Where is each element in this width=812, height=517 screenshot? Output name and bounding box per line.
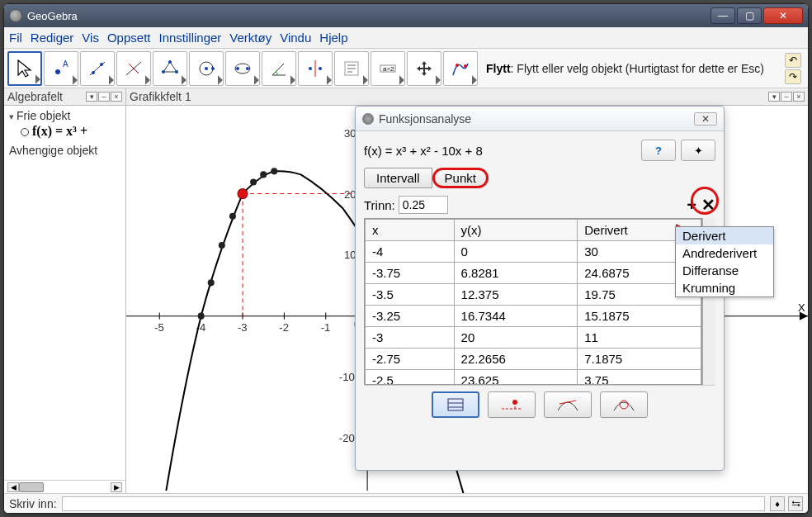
menu-vis[interactable]: Vis: [82, 31, 99, 45]
svg-text:-3: -3: [238, 321, 248, 334]
menu-vindu[interactable]: Vindu: [280, 31, 311, 45]
minimize-button[interactable]: —: [710, 7, 735, 24]
menu-verktoy[interactable]: Verktøy: [229, 31, 271, 45]
table-row[interactable]: -3.2516.734415.1875: [366, 306, 701, 327]
svg-point-3: [92, 71, 95, 74]
scroll-thumb[interactable]: [19, 482, 44, 492]
tool-tooltip: Flytt: Flytt eller velg objekt (Hurtigta…: [486, 62, 783, 75]
svg-text:-5: -5: [154, 321, 164, 334]
tool-move[interactable]: [7, 51, 42, 86]
command-input[interactable]: [62, 496, 765, 511]
table-row[interactable]: -32011: [366, 327, 701, 349]
tool-point[interactable]: A: [44, 51, 78, 86]
svg-point-63: [271, 168, 277, 174]
input-help[interactable]: ⮀: [788, 496, 803, 511]
visibility-dot[interactable]: [21, 128, 29, 136]
algebra-panel: Algebrafelt ▾ – × Frie objekt f(x) = x³ …: [4, 88, 126, 493]
tab-punkt[interactable]: Punkt: [432, 168, 489, 188]
table-row[interactable]: -4030: [366, 241, 701, 263]
graphics-close[interactable]: ×: [793, 92, 805, 102]
svg-point-58: [208, 279, 215, 286]
titlebar[interactable]: GeoGebra — ▢ ✕: [4, 4, 808, 27]
dropdown-krumning[interactable]: Krumning: [676, 279, 773, 296]
svg-point-15: [236, 67, 239, 70]
values-table: x y(x) Derivert -4030 -3.756.828124.6875…: [365, 219, 701, 385]
menu-hjelp[interactable]: Hjelp: [319, 31, 347, 45]
menu-innstillinger[interactable]: Innstillinger: [158, 31, 221, 45]
col-x[interactable]: x: [366, 220, 455, 241]
dropdown-andrederivert[interactable]: Andrederivert: [676, 244, 773, 262]
graphics-min[interactable]: –: [781, 92, 792, 102]
menu-fil[interactable]: Fil: [9, 31, 22, 45]
scroll-left[interactable]: ◀: [7, 482, 19, 492]
options-button[interactable]: ✦: [681, 140, 715, 161]
dropdown-derivert[interactable]: Derivert: [676, 227, 773, 244]
tool-slider[interactable]: a=2: [371, 51, 405, 86]
table-row[interactable]: -2.523.6253.75: [366, 370, 701, 386]
table-row[interactable]: -3.756.828124.6875: [366, 263, 701, 284]
menu-oppsett[interactable]: Oppsett: [107, 31, 151, 45]
svg-point-4: [100, 63, 103, 66]
tool-reflect[interactable]: [298, 51, 333, 86]
function-item[interactable]: f(x) = x³ +: [21, 124, 120, 139]
tool-circle[interactable]: [189, 51, 224, 86]
input-label: Skriv inn:: [9, 497, 57, 510]
svg-text:-1: -1: [321, 321, 331, 334]
svg-point-8: [168, 60, 172, 64]
dialog-titlebar[interactable]: Funksjonsanalyse ✕: [356, 107, 724, 131]
tool-line[interactable]: [80, 51, 115, 86]
tooltip-name: Flytt: [486, 62, 511, 75]
redo-button[interactable]: ↷: [785, 69, 801, 84]
svg-point-19: [319, 67, 322, 70]
free-objects-header[interactable]: Frie objekt: [9, 109, 120, 122]
trinn-input[interactable]: [399, 196, 448, 214]
dependent-objects-header[interactable]: Avhengige objekt: [9, 144, 120, 157]
view-osculating-button[interactable]: [600, 391, 648, 418]
svg-point-64: [238, 189, 248, 199]
col-y[interactable]: y(x): [454, 220, 578, 241]
algebra-pin[interactable]: ▾: [86, 92, 97, 102]
algebra-min[interactable]: –: [98, 92, 110, 102]
view-tangent-button[interactable]: [544, 391, 592, 418]
tool-perpendicular[interactable]: [116, 51, 151, 86]
add-column-button[interactable]: +: [687, 196, 696, 215]
help-button[interactable]: ?: [641, 140, 676, 161]
algebra-close[interactable]: ×: [111, 92, 122, 102]
tool-ellipse[interactable]: [225, 51, 260, 86]
tool-polygon[interactable]: [153, 51, 187, 86]
svg-point-0: [55, 69, 60, 74]
svg-point-57: [198, 313, 205, 320]
toolbar: A a=2 Flytt: Flytt eller velg objekt (Hu…: [4, 49, 808, 88]
tool-angle[interactable]: [262, 51, 296, 86]
algebra-hscroll[interactable]: ◀ ▶: [4, 480, 125, 493]
view-table-button[interactable]: [432, 391, 479, 418]
remove-column-button[interactable]: ✕: [701, 195, 715, 215]
tooltip-desc: : Flytt eller velg objekt (Hurtigtast fo…: [511, 62, 764, 75]
table-row[interactable]: -3.512.37519.75: [366, 284, 701, 306]
menu-rediger[interactable]: Rediger: [31, 31, 74, 45]
column-dropdown[interactable]: Derivert Andrederivert Differanse Krumni…: [675, 226, 774, 297]
dropdown-differanse[interactable]: Differanse: [676, 262, 773, 279]
input-dropdown[interactable]: ♦: [770, 496, 785, 511]
tool-move-view[interactable]: [407, 51, 441, 86]
view-xystep-button[interactable]: [488, 391, 536, 418]
algebra-header: Algebrafelt ▾ – ×: [4, 88, 125, 106]
table-row[interactable]: -2.7522.26567.1875: [366, 349, 701, 370]
svg-point-61: [250, 178, 257, 185]
scroll-right[interactable]: ▶: [111, 482, 122, 492]
function-analysis-dialog[interactable]: Funksjonsanalyse ✕ f(x) = x³ + x² - 10x …: [355, 106, 725, 471]
svg-text:-20: -20: [339, 432, 355, 444]
dialog-close[interactable]: ✕: [694, 112, 717, 126]
tab-intervall[interactable]: Intervall: [364, 168, 432, 188]
tool-text[interactable]: [334, 51, 369, 86]
tool-function-inspector[interactable]: [443, 51, 478, 86]
dialog-icon: [362, 113, 374, 125]
svg-point-13: [211, 67, 215, 70]
svg-point-16: [246, 67, 249, 70]
input-bar: Skriv inn: ♦ ⮀: [4, 493, 808, 513]
maximize-button[interactable]: ▢: [737, 7, 762, 24]
graphics-pin[interactable]: ▾: [768, 92, 780, 102]
close-button[interactable]: ✕: [763, 7, 803, 24]
svg-point-60: [229, 213, 236, 220]
undo-button[interactable]: ↶: [785, 53, 801, 68]
